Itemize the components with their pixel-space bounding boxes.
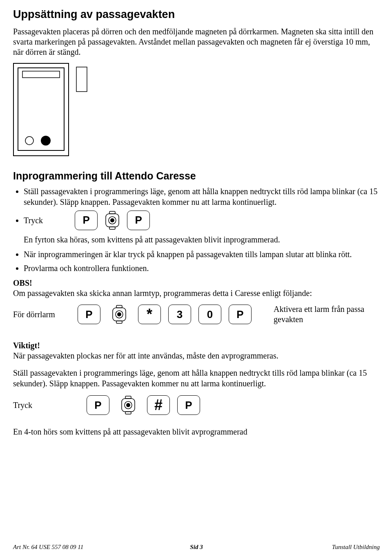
step-3: När inprogrammeringen är klar tryck på k… bbox=[24, 249, 380, 260]
door-alarm-sequence-row: För dörrlarm P * 3 0 P Aktivera ett larm… bbox=[13, 304, 380, 325]
final-confirmation-text: En 4-ton hörs som kvittens på att passag… bbox=[13, 427, 380, 437]
svg-rect-12 bbox=[116, 321, 122, 323]
svg-rect-17 bbox=[125, 412, 131, 414]
page-footer: Art Nr. 64 USE 557 08 09 11 Sid 3 Tunsta… bbox=[13, 544, 380, 551]
important-p1: När passagevakten plockas ner för att in… bbox=[13, 350, 380, 361]
svg-point-3 bbox=[25, 137, 33, 145]
svg-rect-11 bbox=[116, 305, 122, 308]
key-p-button: P bbox=[87, 395, 109, 415]
key-p-button: P bbox=[229, 305, 252, 324]
programming-steps-list: Ställ passagevakten i programmerings läg… bbox=[13, 186, 380, 273]
svg-point-10 bbox=[110, 218, 114, 222]
key-star-button: * bbox=[138, 305, 161, 324]
footer-page-number: Sid 3 bbox=[190, 544, 203, 551]
obs-text: Om passagevakten ska skicka annan larmty… bbox=[13, 288, 380, 298]
svg-point-15 bbox=[117, 312, 121, 316]
svg-rect-7 bbox=[109, 227, 115, 229]
deprogram-buttons: P # P bbox=[87, 395, 200, 415]
important-title: Viktigt! bbox=[13, 341, 380, 350]
footer-article-number: Art Nr. 64 USE 557 08 09 11 bbox=[13, 544, 83, 551]
svg-rect-2 bbox=[22, 71, 60, 78]
door-alarm-buttons: P * 3 0 P bbox=[78, 305, 252, 324]
svg-point-20 bbox=[126, 403, 130, 407]
section-heading-programming: Inprogrammering till Attendo Caresse bbox=[13, 170, 380, 182]
key-p-button: P bbox=[75, 211, 98, 230]
step-2-result: En fyrton ska höras, som kvittens på att… bbox=[24, 234, 380, 245]
watch-icon bbox=[101, 211, 124, 230]
watch-icon bbox=[108, 305, 131, 324]
footer-brand: Tunstall Utbildning bbox=[332, 544, 380, 551]
page-title: Uppsättning av passagevakten bbox=[13, 8, 380, 21]
svg-rect-5 bbox=[76, 67, 87, 92]
svg-rect-6 bbox=[109, 211, 115, 214]
important-p2: Ställ passagevakten i programmerings läg… bbox=[13, 368, 380, 389]
device-diagram bbox=[13, 63, 380, 159]
obs-block: OBS! Om passagevakten ska skicka annan l… bbox=[13, 278, 380, 298]
intro-paragraph: Passagevakten placeras på dörren och den… bbox=[13, 27, 380, 57]
press-row-1: Tryck P P bbox=[24, 211, 380, 230]
step-2: Tryck P P En fyrton ska höras, som kvitt… bbox=[24, 211, 380, 245]
step-4: Provlarma och kontrollera funktionen. bbox=[24, 263, 380, 273]
svg-rect-1 bbox=[18, 68, 64, 150]
obs-title: OBS! bbox=[13, 278, 380, 288]
watch-icon bbox=[117, 395, 140, 415]
key-hash-button: # bbox=[147, 395, 170, 415]
key-p-button: P bbox=[78, 305, 100, 324]
footer-page-prefix: Sid bbox=[190, 544, 200, 550]
key-3-button: 3 bbox=[168, 305, 191, 324]
step-1: Ställ passagevakten i programmerings läg… bbox=[24, 186, 380, 207]
deprogram-press-row: Tryck P # P bbox=[13, 395, 380, 415]
important-block: Viktigt! När passagevakten plockas ner f… bbox=[13, 341, 380, 389]
door-alarm-description: Aktivera ett larm från passa gevakten bbox=[274, 304, 380, 325]
key-p-button: P bbox=[177, 395, 200, 415]
key-p-button: P bbox=[127, 211, 150, 230]
svg-rect-16 bbox=[125, 396, 131, 399]
door-alarm-label: För dörrlarm bbox=[13, 310, 78, 319]
svg-point-4 bbox=[41, 136, 51, 146]
press-label: Tryck bbox=[24, 215, 43, 226]
key-0-button: 0 bbox=[198, 305, 221, 324]
tryck-label: Tryck bbox=[13, 401, 87, 410]
footer-page-num: 3 bbox=[200, 544, 203, 550]
